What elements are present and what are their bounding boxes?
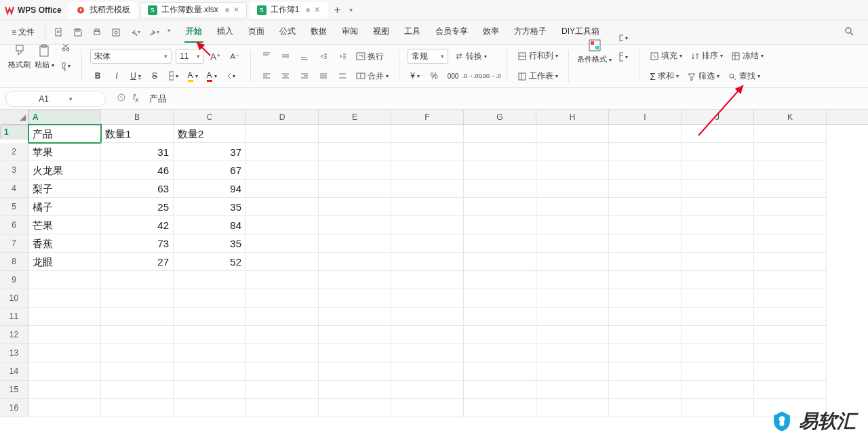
- tab-file-1[interactable]: S 工作簿1 ✕: [250, 2, 328, 18]
- cell[interactable]: [682, 399, 754, 417]
- cell[interactable]: 香蕉: [28, 234, 101, 253]
- cell[interactable]: [174, 344, 246, 362]
- ribbon-tab-formula[interactable]: 公式: [278, 22, 297, 43]
- cell[interactable]: [391, 180, 464, 198]
- cell[interactable]: [319, 399, 391, 417]
- italic-button[interactable]: I: [109, 68, 124, 83]
- cell[interactable]: [391, 289, 464, 308]
- increase-font-button[interactable]: A⁺: [208, 49, 223, 64]
- cell[interactable]: 84: [174, 216, 246, 234]
- cell[interactable]: [536, 234, 609, 253]
- ribbon-tab-insert[interactable]: 插入: [216, 22, 235, 43]
- row-header[interactable]: 5: [0, 198, 28, 216]
- redo-icon[interactable]: ▾: [149, 27, 159, 38]
- cell[interactable]: [391, 216, 464, 234]
- cell[interactable]: [609, 271, 682, 289]
- cell[interactable]: [754, 362, 827, 381]
- cell[interactable]: [319, 289, 391, 308]
- tab-template[interactable]: 找稻壳模板: [68, 2, 138, 18]
- cell[interactable]: [246, 216, 319, 234]
- cell[interactable]: [464, 344, 536, 362]
- cell[interactable]: [609, 326, 682, 344]
- cell[interactable]: [464, 198, 536, 216]
- cell[interactable]: [536, 362, 609, 381]
- cell[interactable]: [246, 289, 319, 308]
- cell[interactable]: [682, 271, 754, 289]
- cell[interactable]: [609, 344, 682, 362]
- align-top-button[interactable]: [259, 49, 274, 64]
- indent-dec-button[interactable]: [316, 49, 331, 64]
- cell[interactable]: [754, 326, 827, 344]
- cell[interactable]: [536, 399, 609, 417]
- cell[interactable]: 31: [101, 143, 174, 161]
- tab-file-0[interactable]: S 工作簿数量.xlsx ✕: [140, 2, 247, 18]
- row-header[interactable]: 12: [0, 326, 28, 344]
- copy-button[interactable]: ▾: [58, 59, 73, 74]
- cell[interactable]: [754, 271, 827, 289]
- row-header[interactable]: 10: [0, 289, 28, 308]
- column-header-D[interactable]: D: [246, 110, 319, 124]
- save-icon[interactable]: [73, 27, 83, 38]
- cell[interactable]: [391, 198, 464, 216]
- cell[interactable]: [101, 326, 174, 344]
- cell[interactable]: [464, 161, 536, 180]
- cond-format-button[interactable]: 条件格式 ▾: [577, 38, 612, 64]
- cell[interactable]: 橘子: [28, 198, 101, 216]
- cell[interactable]: [174, 399, 246, 417]
- column-header-C[interactable]: C: [174, 110, 246, 124]
- cell[interactable]: [246, 362, 319, 381]
- sort-button[interactable]: 排序▾: [688, 49, 725, 63]
- cell[interactable]: 94: [174, 180, 246, 198]
- cell[interactable]: [319, 125, 391, 143]
- filter-button[interactable]: 筛选▾: [685, 69, 722, 83]
- cell[interactable]: [754, 143, 827, 161]
- cell[interactable]: [464, 381, 536, 399]
- cell[interactable]: [754, 180, 827, 198]
- cell[interactable]: [609, 198, 682, 216]
- ribbon-tab-review[interactable]: 审阅: [340, 22, 359, 43]
- cell[interactable]: [682, 289, 754, 308]
- cell[interactable]: 67: [174, 161, 246, 180]
- search-button[interactable]: [835, 26, 863, 39]
- cell[interactable]: [101, 381, 174, 399]
- cell[interactable]: [682, 326, 754, 344]
- cell[interactable]: [464, 125, 536, 143]
- cell[interactable]: 37: [174, 143, 246, 161]
- cell[interactable]: [319, 216, 391, 234]
- ribbon-tab-page[interactable]: 页面: [247, 22, 266, 43]
- cell[interactable]: [464, 180, 536, 198]
- cell[interactable]: [391, 143, 464, 161]
- cell[interactable]: [174, 308, 246, 326]
- cell[interactable]: [246, 399, 319, 417]
- preview-icon[interactable]: [111, 27, 121, 38]
- dec-inc-button[interactable]: .0→.00: [465, 68, 479, 83]
- ribbon-tab-efficiency[interactable]: 效率: [481, 22, 500, 43]
- cell[interactable]: [174, 271, 246, 289]
- cell[interactable]: [609, 399, 682, 417]
- cell[interactable]: 35: [174, 234, 246, 253]
- cell[interactable]: [464, 399, 536, 417]
- column-header-K[interactable]: K: [754, 110, 827, 124]
- cell[interactable]: [391, 125, 464, 143]
- align-dist-button[interactable]: [335, 68, 350, 83]
- cell[interactable]: [682, 253, 754, 271]
- column-header-J[interactable]: J: [682, 110, 754, 124]
- cell[interactable]: [609, 289, 682, 308]
- currency-button[interactable]: ¥▾: [408, 68, 422, 83]
- cell[interactable]: [28, 362, 101, 381]
- cell[interactable]: 42: [101, 216, 174, 234]
- cell[interactable]: [464, 289, 536, 308]
- cell[interactable]: [464, 326, 536, 344]
- undo-icon[interactable]: ▾: [130, 27, 140, 38]
- cell[interactable]: [536, 271, 609, 289]
- align-left-button[interactable]: [259, 68, 274, 83]
- cell[interactable]: [101, 344, 174, 362]
- cell[interactable]: [682, 344, 754, 362]
- cell[interactable]: [246, 271, 319, 289]
- cell[interactable]: [464, 143, 536, 161]
- cell[interactable]: [101, 362, 174, 381]
- cell[interactable]: [682, 362, 754, 381]
- align-right-button[interactable]: [297, 68, 312, 83]
- row-header[interactable]: 2: [0, 143, 28, 161]
- ribbon-tab-ffgz[interactable]: 方方格子: [513, 22, 548, 43]
